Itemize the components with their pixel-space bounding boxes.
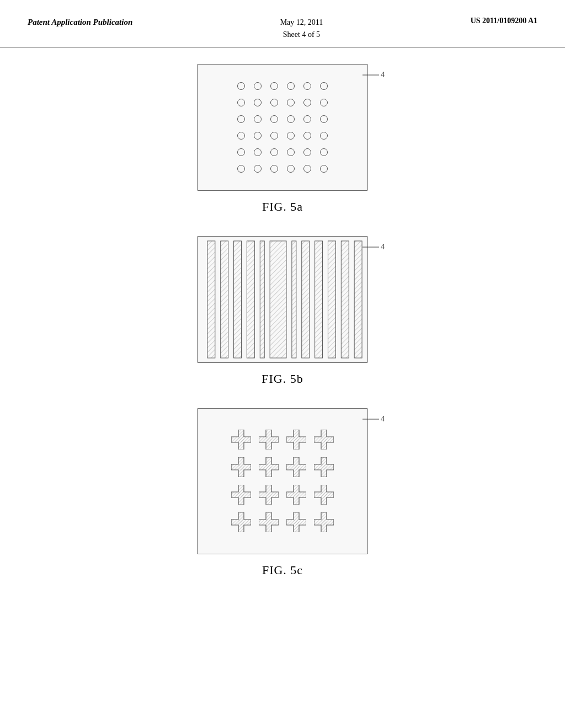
dot-cell — [237, 132, 245, 140]
svg-rect-96 — [314, 520, 334, 525]
cross-cell — [259, 512, 279, 532]
svg-rect-14 — [354, 241, 362, 358]
dot-cell — [254, 148, 262, 156]
main-content: 4 FIG. 5a — [0, 47, 565, 594]
figure-5b-block: 4 FIG. 5b — [197, 236, 368, 386]
fig5b-wrapper: 4 — [197, 236, 368, 363]
cross-cell — [286, 457, 306, 477]
sheet-label: Sheet 4 of 5 — [280, 29, 323, 41]
dot-cell — [237, 115, 245, 123]
fig5c-wrapper: 4 — [197, 408, 368, 554]
dot-cell — [237, 165, 245, 173]
dot-cell — [270, 165, 278, 173]
ref-leader-5a: 4 — [363, 64, 390, 86]
svg-rect-4 — [221, 241, 228, 358]
svg-rect-13 — [341, 241, 349, 358]
svg-rect-8 — [270, 241, 286, 358]
dot-cell — [287, 99, 295, 106]
svg-rect-61 — [231, 492, 251, 497]
svg-rect-86 — [259, 520, 279, 525]
fig5c-box — [197, 408, 368, 554]
fig5a-wrapper: 4 — [197, 64, 368, 191]
svg-rect-3 — [207, 241, 215, 358]
dot-cell — [287, 82, 295, 90]
dot-cell — [270, 132, 278, 140]
cross-cell — [231, 430, 251, 449]
fig5b-box — [197, 236, 368, 363]
cross-cell — [314, 430, 334, 449]
dot-grid — [226, 71, 339, 184]
fig5c-label: FIG. 5c — [262, 563, 303, 577]
cross-grid — [221, 420, 344, 542]
svg-text:4: 4 — [381, 71, 385, 79]
publication-label: Patent Application Publication — [28, 17, 132, 28]
dot-cell — [303, 148, 311, 156]
sheet-info: May 12, 2011 Sheet 4 of 5 — [280, 17, 323, 41]
dot-cell — [320, 148, 328, 156]
dot-cell — [320, 82, 328, 90]
figure-5c-block: 4 FIG. 5c — [197, 408, 368, 577]
dot-cell — [254, 82, 262, 90]
svg-rect-76 — [314, 492, 334, 497]
svg-rect-12 — [328, 241, 335, 358]
svg-rect-51 — [286, 464, 306, 470]
dot-cell — [254, 165, 262, 173]
cross-cell — [259, 430, 279, 449]
dot-cell — [270, 99, 278, 106]
dot-cell — [320, 115, 328, 123]
svg-rect-66 — [259, 492, 279, 497]
ref-leader-5c: 4 — [363, 408, 390, 430]
dot-cell — [303, 165, 311, 173]
cross-cell — [314, 485, 334, 505]
dot-cell — [320, 132, 328, 140]
dot-cell — [303, 99, 311, 106]
svg-rect-71 — [286, 492, 306, 497]
date-label: May 12, 2011 — [280, 17, 323, 29]
svg-rect-91 — [286, 520, 306, 525]
dot-cell — [254, 132, 262, 140]
ref-leader-5b: 4 — [363, 236, 390, 258]
svg-rect-11 — [315, 241, 323, 358]
dot-cell — [287, 115, 295, 123]
dot-cell — [303, 132, 311, 140]
cross-cell — [314, 512, 334, 532]
cross-cell — [286, 430, 306, 449]
page-header: Patent Application Publication May 12, 2… — [0, 0, 565, 47]
dot-cell — [320, 99, 328, 106]
cross-cell — [314, 457, 334, 477]
dot-cell — [270, 148, 278, 156]
fig5b-label: FIG. 5b — [262, 372, 303, 386]
cross-cell — [231, 485, 251, 505]
dot-cell — [270, 82, 278, 90]
cross-cell — [231, 512, 251, 532]
cross-cell — [259, 485, 279, 505]
cross-cell — [286, 512, 306, 532]
svg-rect-36 — [314, 437, 334, 442]
svg-text:4: 4 — [381, 415, 385, 423]
svg-rect-7 — [260, 241, 264, 358]
dot-cell — [287, 165, 295, 173]
dot-cell — [303, 82, 311, 90]
dot-cell — [320, 165, 328, 173]
fig5a-box — [197, 64, 368, 191]
dot-cell — [254, 99, 262, 106]
svg-rect-5 — [234, 241, 242, 358]
dot-cell — [287, 148, 295, 156]
fig5a-label: FIG. 5a — [262, 200, 303, 214]
patent-number: US 2011/0109200 A1 — [471, 17, 537, 25]
svg-text:4: 4 — [381, 243, 385, 251]
fig5b-svg — [198, 237, 367, 362]
dot-cell — [254, 115, 262, 123]
svg-rect-46 — [259, 464, 279, 470]
svg-rect-9 — [292, 241, 296, 358]
dot-cell — [303, 115, 311, 123]
svg-rect-26 — [259, 437, 279, 442]
svg-rect-41 — [231, 464, 251, 470]
dot-cell — [237, 99, 245, 106]
dot-cell — [270, 115, 278, 123]
svg-rect-56 — [314, 464, 334, 470]
svg-rect-10 — [302, 241, 310, 358]
dot-cell — [237, 148, 245, 156]
cross-cell — [231, 457, 251, 477]
cross-cell — [286, 485, 306, 505]
